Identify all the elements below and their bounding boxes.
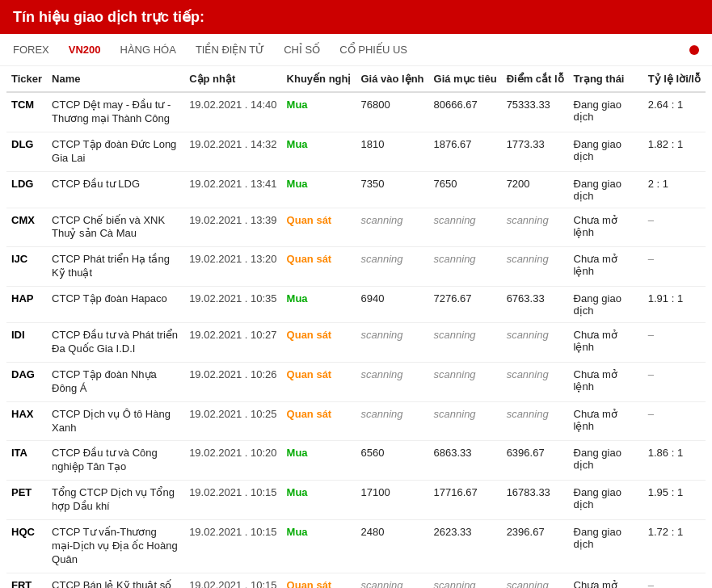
signals-table: Ticker Name Cập nhật Khuyến nghị Giá vào… xyxy=(6,66,706,588)
cell-diemcat: 1773.33 xyxy=(502,132,569,171)
cell-name: CTCP Chế biến và XNK Thuỷ sản Cà Mau xyxy=(47,208,184,247)
cell-date: 19.02.2021 . 10:15 xyxy=(184,481,281,520)
col-name: Name xyxy=(47,66,184,92)
cell-tyle: 1.72 : 1 xyxy=(643,520,706,573)
nav-vn200[interactable]: VN200 xyxy=(69,40,101,59)
cell-giavao: scanning xyxy=(356,362,428,401)
cell-giamuc: scanning xyxy=(429,401,502,441)
nav-bar: FOREX VN200 HÀNG HÓA TIỀN ĐIỆN TỬ CHỈ SỐ… xyxy=(0,34,712,66)
cell-ticker: IJC xyxy=(6,247,47,287)
table-row: TCM CTCP Dệt may - Đầu tư - Thương mại T… xyxy=(6,92,706,132)
cell-date: 19.02.2021 . 13:41 xyxy=(184,171,281,208)
cell-giamuc: 7650 xyxy=(429,171,502,208)
nav-hanghoa[interactable]: HÀNG HÓA xyxy=(120,40,176,59)
nav-chiso[interactable]: CHỈ SỐ xyxy=(284,40,320,59)
table-row: HAP CTCP Tập đoàn Hapaco 19.02.2021 . 10… xyxy=(6,287,706,323)
cell-tyle: – xyxy=(643,247,706,287)
status-dot xyxy=(689,45,699,55)
cell-ticker: HAX xyxy=(6,401,47,441)
table-row: CMX CTCP Chế biến và XNK Thuỷ sản Cà Mau… xyxy=(6,208,706,247)
cell-ticker: DLG xyxy=(6,132,47,171)
nav-tiendieutu[interactable]: TIỀN ĐIỆN TỬ xyxy=(196,40,264,59)
cell-kn: Quan sát xyxy=(282,323,356,363)
cell-date: 19.02.2021 . 10:15 xyxy=(184,520,281,573)
cell-kn: Quan sát xyxy=(282,362,356,401)
cell-giavao: scanning xyxy=(356,247,428,287)
cell-trangthai: Chưa mở lệnh xyxy=(569,323,643,363)
cell-name: CTCP Đầu tư và Công nghiệp Tân Tạo xyxy=(47,441,184,481)
cell-diemcat: scanning xyxy=(502,247,569,287)
cell-date: 19.02.2021 . 13:39 xyxy=(184,208,281,247)
col-khuyennghị: Khuyến nghị xyxy=(282,66,356,92)
nav-forex[interactable]: FOREX xyxy=(13,40,49,59)
table-row: FRT CTCP Bán lẻ Kỹ thuật số FPT 19.02.20… xyxy=(6,573,706,588)
cell-diemcat: scanning xyxy=(502,208,569,247)
cell-giavao: 7350 xyxy=(356,171,428,208)
cell-trangthai: Chưa mở lệnh xyxy=(569,362,643,401)
col-trangthai: Trạng thái xyxy=(569,66,643,92)
cell-name: CTCP Phát triển Hạ tầng Kỹ thuật xyxy=(47,247,184,287)
cell-trangthai: Đang giao dịch xyxy=(569,441,643,481)
cell-diemcat: 2396.67 xyxy=(502,520,569,573)
cell-kn: Mua xyxy=(282,132,356,171)
cell-giavao: 76800 xyxy=(356,92,428,132)
cell-diemcat: 6396.67 xyxy=(502,441,569,481)
cell-giamuc: 2623.33 xyxy=(429,520,502,573)
cell-giavao: scanning xyxy=(356,323,428,363)
cell-ticker: DAG xyxy=(6,362,47,401)
cell-kn: Quan sát xyxy=(282,401,356,441)
cell-giavao: scanning xyxy=(356,401,428,441)
cell-ticker: LDG xyxy=(6,171,47,208)
cell-tyle: – xyxy=(643,573,706,588)
col-diemcatlo: Điểm cắt lỗ xyxy=(502,66,569,92)
table-row: LDG CTCP Đầu tư LDG 19.02.2021 . 13:41 M… xyxy=(6,171,706,208)
cell-kn: Mua xyxy=(282,520,356,573)
cell-trangthai: Chưa mở lệnh xyxy=(569,573,643,588)
cell-giamuc: 6863.33 xyxy=(429,441,502,481)
cell-date: 19.02.2021 . 10:20 xyxy=(184,441,281,481)
cell-name: CTCP Tập đoàn Nhựa Đông Á xyxy=(47,362,184,401)
cell-date: 19.02.2021 . 10:27 xyxy=(184,323,281,363)
cell-giavao: scanning xyxy=(356,208,428,247)
col-giamuctieu: Giá mục tiêu xyxy=(429,66,502,92)
col-giavaolenh: Giá vào lệnh xyxy=(356,66,428,92)
cell-date: 19.02.2021 . 14:40 xyxy=(184,92,281,132)
nav-cophieuus[interactable]: CỔ PHIẾU US xyxy=(339,40,407,59)
cell-giamuc: scanning xyxy=(429,247,502,287)
table-row: HQC CTCP Tư vấn-Thương mại-Dịch vụ Địa ố… xyxy=(6,520,706,573)
cell-kn: Quan sát xyxy=(282,247,356,287)
cell-diemcat: scanning xyxy=(502,323,569,363)
cell-date: 19.02.2021 . 13:20 xyxy=(184,247,281,287)
cell-giavao: 2480 xyxy=(356,520,428,573)
table-row: IDI CTCP Đầu tư và Phát triển Đa Quốc Gi… xyxy=(6,323,706,363)
table-row: PET Tổng CTCP Dịch vụ Tổng hợp Dầu khí 1… xyxy=(6,481,706,520)
cell-diemcat: scanning xyxy=(502,401,569,441)
cell-name: CTCP Dịch vụ Ô tô Hàng Xanh xyxy=(47,401,184,441)
cell-ticker: FRT xyxy=(6,573,47,588)
cell-tyle: 1.91 : 1 xyxy=(643,287,706,323)
cell-tyle: 1.82 : 1 xyxy=(643,132,706,171)
cell-date: 19.02.2021 . 14:32 xyxy=(184,132,281,171)
cell-tyle: 2.64 : 1 xyxy=(643,92,706,132)
col-capnhat: Cập nhật xyxy=(184,66,281,92)
cell-trangthai: Chưa mở lệnh xyxy=(569,401,643,441)
cell-giamuc: 7276.67 xyxy=(429,287,502,323)
cell-date: 19.02.2021 . 10:26 xyxy=(184,362,281,401)
cell-giamuc: 17716.67 xyxy=(429,481,502,520)
cell-ticker: PET xyxy=(6,481,47,520)
cell-name: CTCP Tư vấn-Thương mại-Dịch vụ Địa ốc Ho… xyxy=(47,520,184,573)
cell-diemcat: 16783.33 xyxy=(502,481,569,520)
cell-tyle: 2 : 1 xyxy=(643,171,706,208)
cell-date: 19.02.2021 . 10:35 xyxy=(184,287,281,323)
cell-trangthai: Đang giao dịch xyxy=(569,132,643,171)
cell-giamuc: scanning xyxy=(429,323,502,363)
cell-name: CTCP Dệt may - Đầu tư - Thương mại Thành… xyxy=(47,92,184,132)
cell-trangthai: Đang giao dịch xyxy=(569,520,643,573)
cell-kn: Mua xyxy=(282,481,356,520)
cell-giamuc: 80666.67 xyxy=(429,92,502,132)
cell-tyle: – xyxy=(643,323,706,363)
cell-date: 19.02.2021 . 10:15 xyxy=(184,573,281,588)
cell-name: CTCP Bán lẻ Kỹ thuật số FPT xyxy=(47,573,184,588)
cell-tyle: – xyxy=(643,208,706,247)
cell-diemcat: 6763.33 xyxy=(502,287,569,323)
